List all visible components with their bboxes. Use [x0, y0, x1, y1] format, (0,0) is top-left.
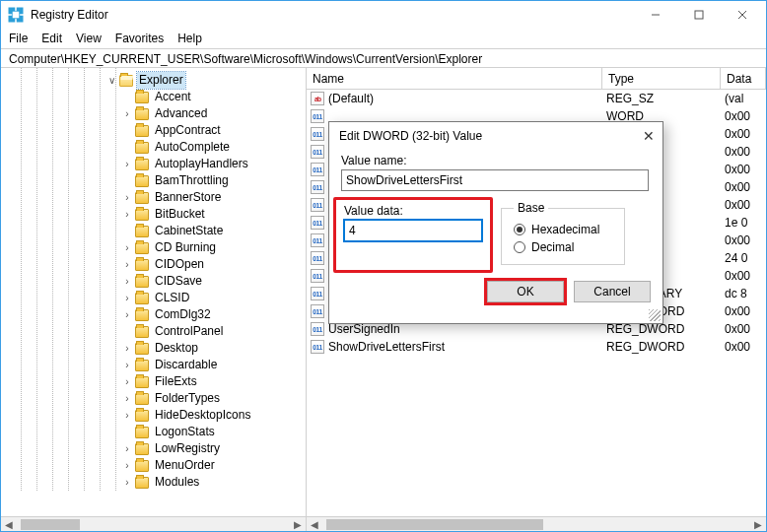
- expander-icon[interactable]: ›: [121, 407, 133, 424]
- tree-node[interactable]: ›LowRegistry: [7, 440, 306, 457]
- radio-hex[interactable]: Hexadecimal: [514, 221, 612, 238]
- tree-node[interactable]: ›LogonStats: [7, 424, 306, 440]
- tree-node-label: BitBucket: [153, 206, 207, 223]
- cell-data: 0x00: [725, 269, 766, 283]
- ok-button[interactable]: OK: [487, 281, 564, 302]
- tree-node[interactable]: ›CIDOpen: [7, 256, 306, 273]
- cell-data: 0x00: [725, 163, 766, 176]
- expander-icon[interactable]: ›: [121, 290, 133, 306]
- tree-node[interactable]: ›ControlPanel: [7, 323, 306, 340]
- tree-node-label: Modules: [153, 474, 201, 491]
- list-row[interactable]: ShowDriveLettersFirstREG_DWORD0x00: [307, 338, 766, 356]
- tree-node[interactable]: ›BamThrottling: [7, 172, 306, 189]
- expander-icon[interactable]: ∨: [105, 72, 117, 89]
- list-row[interactable]: (Default)REG_SZ(val: [307, 90, 766, 107]
- tree-node[interactable]: ›CD Burning: [7, 239, 306, 256]
- base-fieldset: Base Hexadecimal Decimal: [501, 201, 625, 265]
- tree-node[interactable]: ›MenuOrder: [7, 457, 306, 474]
- tree-node[interactable]: ›FileExts: [7, 373, 306, 390]
- tree-node[interactable]: ›CabinetState: [7, 223, 306, 239]
- tree-node-label: LowRegistry: [153, 440, 222, 457]
- menu-favorites[interactable]: Favorites: [115, 32, 164, 45]
- radio-icon[interactable]: [514, 224, 525, 235]
- cell-name: UserSignedIn: [311, 322, 606, 336]
- tree-node[interactable]: ›FolderTypes: [7, 390, 306, 407]
- cell-data: 0x00: [725, 127, 766, 141]
- radio-icon[interactable]: [514, 241, 525, 253]
- folder-icon: [135, 175, 149, 187]
- tree-node[interactable]: ›CLSID: [7, 290, 306, 306]
- expander-icon[interactable]: ›: [121, 457, 133, 474]
- tree-node-label: Discardable: [153, 357, 219, 373]
- tree-node[interactable]: ›CIDSave: [7, 273, 306, 290]
- menu-edit[interactable]: Edit: [41, 32, 62, 45]
- address-input[interactable]: [7, 51, 760, 67]
- tree-hscroll[interactable]: ◀ ▶: [1, 516, 307, 531]
- expander-icon[interactable]: ›: [121, 390, 133, 407]
- tree-node[interactable]: ›BitBucket: [7, 206, 306, 223]
- col-name[interactable]: Name: [307, 68, 602, 89]
- value-name-input[interactable]: [341, 169, 649, 191]
- dialog-close-button[interactable]: ✕: [643, 128, 655, 144]
- expander-icon[interactable]: ›: [121, 156, 133, 172]
- edit-dword-dialog: Edit DWORD (32-bit) Value ✕ Value name: …: [328, 121, 663, 324]
- chevron-right-icon[interactable]: ▶: [290, 519, 306, 530]
- tree-node[interactable]: ›Accent: [7, 89, 306, 105]
- tree-node[interactable]: ›BannerStore: [7, 189, 306, 206]
- resize-grip-icon[interactable]: [649, 309, 661, 321]
- cell-data: 0x00: [725, 322, 766, 336]
- folder-icon: [135, 192, 149, 204]
- chevron-left-icon[interactable]: ◀: [1, 519, 17, 530]
- tree-node[interactable]: ›Advanced: [7, 105, 306, 122]
- expander-icon[interactable]: ›: [121, 357, 133, 373]
- list-hscroll[interactable]: ◀ ▶: [307, 516, 766, 531]
- expander-icon[interactable]: ›: [121, 273, 133, 290]
- minimize-button[interactable]: [634, 1, 677, 29]
- chevron-right-icon[interactable]: ▶: [750, 519, 766, 530]
- col-data[interactable]: Data: [721, 68, 766, 89]
- chevron-left-icon[interactable]: ◀: [307, 519, 322, 530]
- expander-icon[interactable]: ›: [121, 474, 133, 491]
- close-button[interactable]: [721, 1, 764, 29]
- cancel-button[interactable]: Cancel: [574, 281, 651, 302]
- cell-data: (val: [725, 92, 766, 105]
- tree-node[interactable]: ›Desktop: [7, 340, 306, 357]
- menu-help[interactable]: Help: [177, 32, 202, 45]
- menu-file[interactable]: File: [9, 32, 28, 45]
- scrollbar-thumb[interactable]: [326, 519, 543, 530]
- dialog-titlebar[interactable]: Edit DWORD (32-bit) Value ✕: [329, 122, 662, 150]
- expander-icon[interactable]: ›: [121, 256, 133, 273]
- binary-value-icon: [311, 180, 324, 194]
- expander-icon[interactable]: ›: [121, 373, 133, 390]
- tree-node-explorer[interactable]: ∨ Explorer: [7, 72, 306, 89]
- expander-icon[interactable]: ›: [121, 105, 133, 122]
- col-type[interactable]: Type: [602, 68, 721, 89]
- radio-hex-label: Hexadecimal: [531, 223, 599, 236]
- string-value-icon: [311, 92, 324, 105]
- tree-node[interactable]: ›Modules: [7, 474, 306, 491]
- tree-pane[interactable]: ∨ Explorer ›Accent›Advanced›AppContract›…: [1, 68, 307, 516]
- tree-node-label: Accent: [153, 89, 193, 105]
- expander-icon[interactable]: ›: [121, 440, 133, 457]
- expander-icon[interactable]: ›: [121, 340, 133, 357]
- expander-icon[interactable]: ›: [121, 206, 133, 223]
- tree-node[interactable]: ›HideDesktopIcons: [7, 407, 306, 424]
- expander-icon[interactable]: ›: [121, 306, 133, 323]
- tree-node[interactable]: ›AppContract: [7, 122, 306, 139]
- scrollbar-thumb[interactable]: [21, 519, 80, 530]
- maximize-button[interactable]: [677, 1, 721, 29]
- titlebar: Registry Editor: [1, 1, 766, 29]
- tree-node-label: Desktop: [153, 340, 200, 357]
- expander-icon[interactable]: ›: [121, 239, 133, 256]
- tree-node[interactable]: ›AutoComplete: [7, 139, 306, 156]
- cell-data: 24 0: [725, 251, 766, 265]
- radio-decimal[interactable]: Decimal: [514, 238, 612, 256]
- menu-view[interactable]: View: [76, 32, 102, 45]
- tree-node[interactable]: ›ComDlg32: [7, 306, 306, 323]
- tree-node[interactable]: ›AutoplayHandlers: [7, 156, 306, 172]
- value-data-input[interactable]: [344, 220, 482, 241]
- regedit-icon: [7, 6, 25, 24]
- folder-icon: [135, 443, 149, 455]
- tree-node[interactable]: ›Discardable: [7, 357, 306, 373]
- expander-icon[interactable]: ›: [121, 189, 133, 206]
